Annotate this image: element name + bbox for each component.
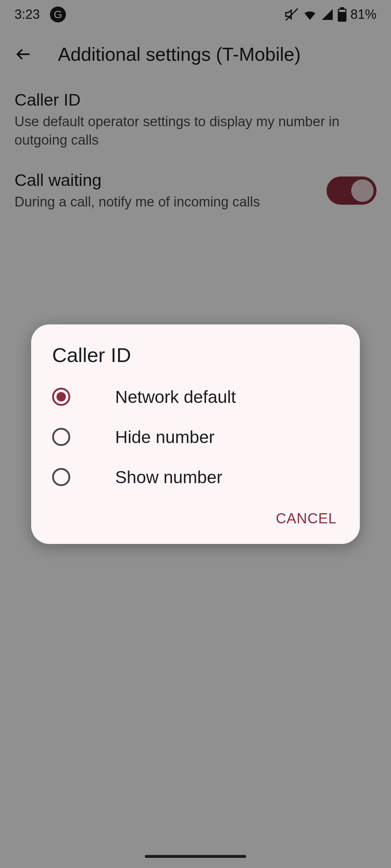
dialog-title: Caller ID <box>31 324 360 377</box>
radio-label: Network default <box>115 387 236 407</box>
caller-id-dialog: Caller ID Network default Hide number Sh… <box>31 324 360 544</box>
radio-hide-number[interactable]: Hide number <box>31 417 360 457</box>
dialog-scrim[interactable]: Caller ID Network default Hide number Sh… <box>0 0 391 868</box>
radio-icon <box>52 428 70 446</box>
radio-inner-icon <box>56 392 66 401</box>
dialog-actions: CANCEL <box>31 502 360 544</box>
dialog-options: Network default Hide number Show number <box>31 377 360 502</box>
gesture-nav-bar[interactable] <box>145 855 246 858</box>
radio-icon <box>52 388 70 406</box>
radio-label: Hide number <box>115 427 215 447</box>
radio-icon <box>52 468 70 486</box>
cancel-button[interactable]: CANCEL <box>276 510 337 527</box>
radio-show-number[interactable]: Show number <box>31 457 360 497</box>
radio-label: Show number <box>115 467 222 487</box>
radio-network-default[interactable]: Network default <box>31 377 360 417</box>
